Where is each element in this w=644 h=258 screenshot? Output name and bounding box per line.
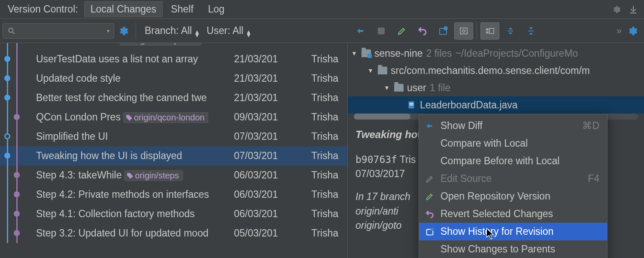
commit-row[interactable]: Step 4.2: Private methods on interfaces0… bbox=[0, 185, 347, 204]
tab-shelf[interactable]: Shelf bbox=[164, 1, 200, 17]
preview-icon[interactable] bbox=[454, 22, 473, 40]
commit-author: Trisha bbox=[311, 43, 347, 46]
menu-item[interactable]: Show Changes to Parents bbox=[419, 240, 607, 258]
commit-author: Trisha bbox=[311, 189, 347, 200]
commit-author: Trisha bbox=[311, 53, 347, 65]
context-menu: Show Diff⌘DCompare with LocalCompare Bef… bbox=[419, 114, 608, 258]
commit-author: Trisha bbox=[311, 131, 347, 142]
tab-local-changes[interactable]: Local Changes bbox=[84, 1, 163, 17]
commit-author: Trisha bbox=[311, 227, 347, 239]
commit-date: 07/03/201 bbox=[234, 131, 311, 142]
details-toolbar bbox=[348, 19, 541, 43]
mouse-cursor bbox=[486, 228, 495, 240]
tree-package[interactable]: ▼ src/com.mechanitis.demo.sense.client/c… bbox=[348, 62, 644, 79]
menu-item[interactable]: Compare with Local bbox=[419, 135, 607, 152]
log-filter-bar: ▾ Branch: All ▴▾ User: All ▴▾ » bbox=[0, 19, 644, 43]
overflow-icon[interactable]: » bbox=[612, 25, 626, 37]
commit-message: Process API demoorigin/anticipation bbox=[36, 43, 234, 46]
edit-icon[interactable] bbox=[392, 22, 411, 40]
commit-date: 05/03/201 bbox=[234, 227, 311, 239]
revert-icon bbox=[424, 209, 435, 219]
tab-log[interactable]: Log bbox=[202, 1, 231, 17]
commit-date: 07/03/201 bbox=[234, 150, 311, 162]
commit-row[interactable]: UserTestData uses a list not an array21/… bbox=[0, 49, 347, 69]
svg-rect-9 bbox=[529, 31, 534, 31]
tree-root[interactable]: ▼ sense-nine 2 files ~/IdeaProjects/Conf… bbox=[348, 45, 644, 62]
commit-row[interactable]: Tweaking how the UI is displayed07/03/20… bbox=[0, 146, 347, 166]
open-icon bbox=[424, 192, 435, 201]
commit-row[interactable]: QCon London Presorigin/qcon-london09/03/… bbox=[0, 108, 347, 127]
group-icon[interactable] bbox=[480, 22, 499, 40]
gear-blue-icon[interactable] bbox=[117, 25, 131, 37]
svg-point-14 bbox=[431, 227, 434, 230]
menu-item[interactable]: Revert Selected Changes bbox=[419, 205, 607, 223]
sorter-icon: ▴▾ bbox=[195, 30, 199, 37]
branch-filter[interactable]: Branch: All ▴▾ bbox=[145, 25, 199, 37]
svg-point-6 bbox=[462, 30, 465, 32]
menu-item[interactable]: Show Diff⌘D bbox=[419, 117, 607, 135]
commit-date: 21/03/201 bbox=[234, 92, 311, 104]
menu-shortcut: ⌘D bbox=[582, 120, 599, 132]
commit-date: 21/03/201 bbox=[234, 53, 311, 65]
commit-date: 06/03/201 bbox=[234, 208, 311, 220]
commit-row[interactable]: Process API demoorigin/anticipation21/03… bbox=[0, 43, 347, 49]
expand-icon[interactable] bbox=[501, 22, 520, 40]
menu-item-label: Edit Source bbox=[440, 173, 583, 184]
chevron-down-icon: ▼ bbox=[368, 67, 374, 74]
revert-icon[interactable] bbox=[413, 22, 432, 40]
changed-files-tree[interactable]: ▼ sense-nine 2 files ~/IdeaProjects/Conf… bbox=[348, 43, 644, 114]
highlight-icon[interactable] bbox=[372, 22, 391, 40]
branch-tag[interactable]: origin/steps bbox=[124, 170, 182, 181]
gear-icon[interactable] bbox=[610, 3, 624, 16]
commit-date: 06/03/201 bbox=[234, 189, 311, 200]
svg-rect-12 bbox=[410, 104, 413, 105]
commit-author: Trisha bbox=[311, 92, 347, 104]
module-icon bbox=[361, 49, 371, 57]
menu-item[interactable]: Open Repository Version bbox=[419, 187, 607, 205]
commit-row[interactable]: Step 3.2: Updated UI for updated mood05/… bbox=[0, 224, 347, 243]
commit-row[interactable]: Simplified the UI07/03/201Trisha bbox=[0, 127, 347, 146]
vcs-tab-bar: Version Control: Local Changes Shelf Log bbox=[0, 0, 644, 19]
tree-file[interactable]: LeaderboardData.java bbox=[348, 96, 644, 114]
edit-icon bbox=[424, 174, 435, 184]
commit-author: Tris bbox=[400, 154, 416, 165]
commit-hash: b90763f bbox=[355, 154, 397, 165]
menu-item[interactable]: Compare Before with Local bbox=[419, 152, 607, 170]
commit-author: Trisha bbox=[311, 169, 347, 181]
gear-blue-icon[interactable] bbox=[626, 25, 641, 37]
commit-list[interactable]: Process API demoorigin/anticipation21/03… bbox=[0, 43, 348, 258]
menu-shortcut: F4 bbox=[588, 173, 599, 184]
chevron-down-icon: ▼ bbox=[351, 50, 358, 57]
svg-rect-11 bbox=[410, 103, 413, 104]
cherry-pick-icon[interactable] bbox=[351, 22, 370, 40]
history-icon[interactable] bbox=[434, 22, 453, 40]
hide-icon[interactable] bbox=[626, 3, 641, 16]
folder-icon bbox=[378, 67, 387, 74]
user-filter[interactable]: User: All ▴▾ bbox=[207, 25, 250, 37]
menu-item[interactable]: Show History for Revision bbox=[419, 223, 607, 240]
commit-row[interactable]: Step 4.3: takeWhileorigin/steps06/03/201… bbox=[0, 166, 347, 185]
commit-row[interactable]: Step 4.1: Collection factory methods06/0… bbox=[0, 204, 347, 224]
commit-message: QCon London Presorigin/qcon-london bbox=[36, 111, 234, 123]
commit-message: Step 4.2: Private methods on interfaces bbox=[36, 189, 234, 200]
collapse-icon[interactable] bbox=[522, 22, 541, 40]
search-input[interactable]: ▾ bbox=[3, 23, 114, 39]
commit-author: Trisha bbox=[311, 150, 347, 162]
menu-item: Edit SourceF4 bbox=[419, 170, 607, 187]
svg-rect-7 bbox=[489, 28, 494, 34]
menu-item-label: Show Changes to Parents bbox=[440, 243, 599, 255]
svg-rect-8 bbox=[508, 31, 513, 31]
commit-row[interactable]: Better test for checking the canned twe2… bbox=[0, 88, 347, 108]
svg-point-4 bbox=[444, 27, 447, 30]
menu-item-label: Revert Selected Changes bbox=[440, 208, 599, 220]
tree-folder[interactable]: ▼ user 1 file bbox=[348, 79, 644, 96]
chevron-down-icon[interactable]: ▾ bbox=[107, 28, 109, 34]
commit-message: Simplified the UI bbox=[36, 131, 234, 142]
commit-author: Trisha bbox=[311, 111, 347, 123]
svg-rect-5 bbox=[460, 28, 467, 34]
branch-tag[interactable]: origin/qcon-london bbox=[123, 112, 209, 123]
branch-tag[interactable]: origin/anticipation bbox=[120, 43, 201, 46]
sorter-icon: ▴▾ bbox=[247, 30, 250, 37]
commit-row[interactable]: Updated code style21/03/201Trisha bbox=[0, 69, 347, 88]
commit-message: UserTestData uses a list not an array bbox=[36, 53, 234, 65]
